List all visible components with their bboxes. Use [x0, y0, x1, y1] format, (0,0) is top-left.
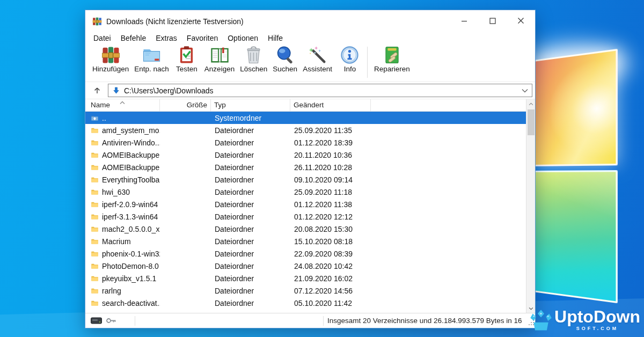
toolbar-separator — [367, 47, 368, 78]
folder-icon — [91, 151, 99, 159]
chevron-down-icon[interactable] — [522, 89, 530, 93]
file-row[interactable]: iperf-3.1.3-win64 Dateiordner 01.12.2020… — [85, 210, 526, 223]
cell-type: Dateiordner — [211, 274, 290, 283]
toolbar-add-archive-button[interactable]: Hinzufügen — [90, 45, 131, 73]
column-header-size[interactable]: Größe — [160, 99, 211, 111]
cell-modified: 01.12.2020 11:38 — [290, 200, 526, 209]
file-row[interactable]: mach2_0.5.0.0_x64 Dateiordner 20.08.2020… — [85, 223, 526, 235]
menu-item-5[interactable]: Hilfe — [263, 34, 288, 42]
vertical-scrollbar[interactable] — [526, 99, 535, 313]
menu-item-3[interactable]: Favoriten — [182, 34, 223, 42]
menu-item-0[interactable]: Datei — [89, 34, 116, 42]
column-header-type[interactable]: Typ — [211, 99, 290, 111]
toolbar-test-button[interactable]: Testen — [172, 45, 202, 73]
status-bar: Insgesamt 20 Verzeichnisse und 26.184.99… — [85, 313, 535, 328]
file-row[interactable]: iperf-2.0.9-win64 Dateiordner 01.12.2020… — [85, 198, 526, 210]
info-icon — [340, 45, 360, 65]
file-row[interactable]: amd_system_mo... Dateiordner 25.09.2020 … — [85, 124, 526, 136]
cell-name: iperf-2.0.9-win64 — [85, 200, 160, 209]
maximize-button[interactable] — [478, 10, 507, 33]
repair-icon — [382, 45, 402, 65]
toolbar-delete-button[interactable]: Löschen — [237, 45, 270, 73]
close-icon — [517, 17, 524, 26]
file-list-area: Name Größe Typ Geändert .. Systemordner … — [85, 99, 535, 313]
cell-modified: 05.10.2020 11:42 — [290, 299, 526, 307]
titlebar[interactable]: Downloads (Nicht lizenzierte Testversion… — [85, 10, 535, 33]
folder-up-icon — [91, 114, 99, 122]
address-path: C:\Users\Joerg\Downloads — [124, 86, 522, 95]
cell-name: mach2_0.5.0.0_x64 — [85, 225, 160, 233]
up-directory-button[interactable] — [90, 84, 104, 98]
cell-type: Dateiordner — [211, 200, 290, 209]
toolbar-info-button[interactable]: Info — [335, 45, 365, 73]
extract-to-icon — [142, 45, 162, 65]
cell-modified: 26.11.2020 10:28 — [290, 163, 526, 172]
test-icon — [177, 45, 196, 65]
minimize-icon — [461, 17, 467, 26]
file-row[interactable]: AOMEIBackuppe... Dateiordner 26.11.2020 … — [85, 161, 526, 173]
cell-name: iperf-3.1.3-win64 — [85, 213, 160, 221]
winrar-window: Downloads (Nicht lizenzierte Testversion… — [85, 10, 536, 328]
toolbar-search-button[interactable]: Suchen — [270, 45, 300, 73]
folder-icon — [91, 188, 99, 196]
cell-type: Dateiordner — [211, 299, 290, 307]
menu-item-4[interactable]: Optionen — [223, 34, 263, 42]
file-row[interactable]: PhotoDemon-8.0 Dateiordner 24.08.2020 10… — [85, 260, 526, 272]
cell-type: Dateiordner — [211, 138, 290, 147]
column-header-modified[interactable]: Geändert — [290, 99, 371, 111]
file-row[interactable]: EverythingToolba... Dateiordner 09.10.20… — [85, 173, 526, 186]
cell-type: Dateiordner — [211, 151, 290, 159]
close-button[interactable] — [507, 10, 535, 33]
folder-icon — [91, 238, 99, 245]
menu-item-2[interactable]: Extras — [151, 34, 182, 42]
menu-bar: DateiBefehleExtrasFavoritenOptionenHilfe — [85, 33, 535, 43]
folder-icon — [91, 213, 99, 221]
cell-type: Dateiordner — [211, 287, 290, 295]
file-row[interactable]: Antiviren-Windo... Dateiordner 01.12.202… — [85, 136, 526, 149]
status-icons — [85, 317, 135, 324]
cell-modified: 25.09.2020 11:35 — [290, 126, 526, 135]
uptodown-watermark: UptoDown SOFT.COM — [529, 309, 640, 332]
cell-modified: 22.09.2020 08:39 — [290, 250, 526, 258]
cell-modified: 07.12.2020 14:56 — [290, 287, 526, 295]
toolbar-view-button[interactable]: Anzeigen — [202, 45, 237, 73]
cell-name: hwi_630 — [85, 188, 160, 196]
cell-type: Dateiordner — [211, 213, 290, 221]
add-archive-icon — [101, 45, 121, 65]
file-row[interactable]: rarlng Dateiordner 07.12.2020 14:56 — [85, 284, 526, 297]
file-row[interactable]: Macrium Dateiordner 15.10.2020 08:18 — [85, 235, 526, 247]
cell-modified: 25.09.2020 11:18 — [290, 188, 526, 196]
folder-icon — [91, 299, 99, 307]
cell-modified: 24.08.2020 10:42 — [290, 262, 526, 270]
file-rows: .. Systemordner amd_system_mo... Dateior… — [85, 112, 526, 309]
column-header-name[interactable]: Name — [85, 99, 160, 111]
view-icon — [210, 45, 230, 65]
toolbar-repair-button[interactable]: Reparieren — [371, 45, 413, 73]
down-arrow-blue-icon — [111, 86, 124, 94]
scroll-up-icon[interactable] — [526, 99, 535, 108]
window-title: Downloads (Nicht lizenzierte Testversion… — [106, 17, 244, 26]
cell-type: Dateiordner — [211, 262, 290, 270]
file-row[interactable]: .. Systemordner — [85, 112, 526, 124]
file-row[interactable]: pkeyuibx_v1.5.1 Dateiordner 21.09.2020 1… — [85, 272, 526, 284]
cell-name: PhotoDemon-8.0 — [85, 262, 160, 270]
minimize-button[interactable] — [450, 10, 478, 33]
folder-icon — [91, 250, 99, 258]
file-row[interactable]: phoenix-0.1-win32 Dateiordner 22.09.2020… — [85, 247, 526, 260]
cell-name: phoenix-0.1-win32 — [85, 250, 160, 258]
address-combobox[interactable]: C:\Users\Joerg\Downloads — [108, 84, 532, 97]
maximize-icon — [489, 17, 496, 26]
folder-icon — [91, 262, 99, 270]
toolbar-wizard-button[interactable]: Assistent — [300, 45, 335, 73]
column-header-row: Name Größe Typ Geändert — [85, 99, 526, 112]
scrollbar-thumb[interactable] — [528, 109, 535, 135]
cell-name: amd_system_mo... — [85, 126, 160, 135]
file-row[interactable]: search-deactivat... Dateiordner 05.10.20… — [85, 297, 526, 309]
drive-icon[interactable] — [91, 317, 102, 324]
file-row[interactable]: AOMEIBackuppe... Dateiordner 20.11.2020 … — [85, 149, 526, 161]
toolbar-extract-to-button[interactable]: Entp. nach — [131, 45, 172, 73]
menu-item-1[interactable]: Befehle — [116, 34, 151, 42]
key-icon[interactable] — [106, 317, 116, 324]
cell-type: Dateiordner — [211, 163, 290, 172]
file-row[interactable]: hwi_630 Dateiordner 25.09.2020 11:18 — [85, 186, 526, 198]
